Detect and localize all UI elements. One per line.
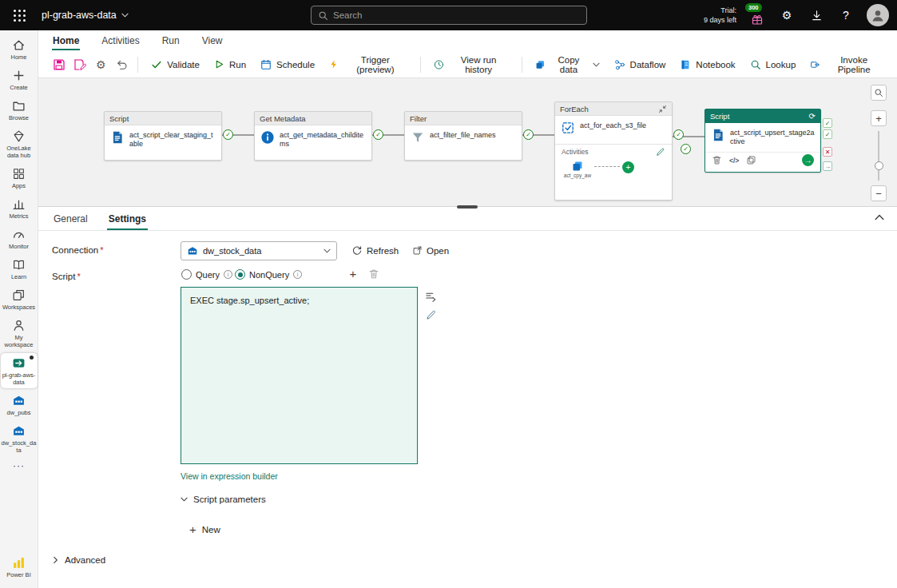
sidebar-item-workspaces[interactable]: Workspaces [1,285,38,313]
pipeline-settings-button[interactable]: ⚙ [91,54,110,75]
plus-icon [12,69,26,82]
invoke-pipeline-button[interactable]: Invoke Pipeline [804,51,889,78]
connector-success-check-icon: ✓ [673,129,684,140]
sidebar-item-monitor[interactable]: Monitor [1,224,38,252]
validate-button[interactable]: Validate [145,55,206,74]
zoom-out-button[interactable]: − [871,185,887,201]
sidebar-item-learn[interactable]: Learn [1,255,38,283]
trial-credits-button[interactable]: 300 [748,5,766,26]
script-activity-icon [711,128,725,145]
save-button[interactable] [50,54,69,75]
clock-icon [434,59,444,70]
port-on-failure-icon[interactable]: ✕ [823,147,832,157]
tab-settings[interactable]: Settings [107,207,148,230]
dataflow-button[interactable]: Dataflow [608,55,673,74]
chevron-down-icon [121,13,129,18]
filter-activity-icon [411,130,425,148]
sidebar-item-home[interactable]: Home [1,35,38,63]
sidebar-item-browse[interactable]: Browse [1,96,38,124]
invoke-pipeline-icon [810,59,820,70]
notebook-button[interactable]: Notebook [673,55,741,74]
search-input[interactable] [333,10,580,20]
copy-data-button[interactable]: Copy data [529,51,606,78]
view-run-history-button[interactable]: View run history [427,51,515,78]
new-parameter-button[interactable]: + New [185,520,224,538]
activity-node-script-upsert[interactable]: Script ⟳ act_script_upsert_stage2active … [705,109,821,173]
gear-icon: ⚙ [782,9,792,22]
delete-script-button[interactable] [366,266,382,282]
app-launcher-icon[interactable] [0,0,38,30]
sidebar-item-apps[interactable]: Apps [1,164,38,192]
tab-general[interactable]: General [52,207,89,230]
pipeline-title-menu[interactable]: pl-grab-aws-data [42,10,129,21]
save-as-button[interactable] [70,54,89,75]
sidebar-item-create[interactable]: Create [1,66,38,93]
zoom-slider-handle[interactable] [875,161,883,170]
help-button[interactable]: ? [837,6,855,24]
refresh-button[interactable]: Refresh [348,243,402,259]
activity-node-filter[interactable]: Filter act_filter_file_names [404,111,522,161]
schedule-button[interactable]: Schedule [254,55,321,74]
connector-success-check-icon: ✓ [523,129,534,140]
add-activity-button[interactable]: + [622,161,634,173]
add-next-activity-button[interactable]: → [802,154,814,166]
open-button[interactable]: Open [409,243,452,258]
global-search[interactable] [311,6,587,25]
download-button[interactable] [808,6,825,24]
trigger-preview-button[interactable]: Trigger (preview) [323,51,414,78]
collapse-panel-button[interactable] [875,214,884,220]
activity-node-get-metadata[interactable]: Get Metadata act_get_metadata_childitems [254,111,372,161]
run-button[interactable]: Run [208,55,252,74]
toolbar-separator [137,57,138,73]
tab-home[interactable]: Home [52,30,80,51]
inner-activity-copy[interactable]: act_cpy_aw [563,160,592,179]
delete-activity-icon[interactable] [712,155,722,165]
zoom-in-button[interactable]: + [871,110,887,126]
sidebar-item-dw-pubs[interactable]: dw_pubs [1,391,38,419]
sidebar-item-metrics[interactable]: Metrics [1,194,38,222]
port-on-completion-icon[interactable]: → [823,161,832,171]
zoom-slider[interactable] [878,131,879,181]
chevron-down-icon [181,497,188,502]
pipeline-canvas[interactable]: ✓ ✓ ✓ ✓ ✓ Script act_script_clear_stagin… [38,78,897,206]
port-on-success-icon[interactable]: ✓ [823,118,832,128]
port-on-success-icon[interactable]: ✓ [823,129,832,139]
ribbon-toolbar: ⚙ Validate Run Schedule Trigger (preview… [38,51,897,78]
activity-node-script-clear[interactable]: Script act_script_clear_staging_table [104,111,222,161]
clone-activity-icon[interactable] [746,155,756,165]
settings-gear-button[interactable]: ⚙ [778,6,796,24]
chevron-down-icon [593,62,600,67]
collapse-node-icon[interactable] [658,105,667,113]
sidebar-item-my-workspace[interactable]: My workspace [1,316,38,351]
add-dynamic-content-icon[interactable] [423,288,439,304]
zoom-fit-button[interactable] [871,85,887,101]
radio-circle-icon [181,269,192,280]
edit-activities-icon[interactable] [656,147,665,157]
fabric-pipeline-editor: pl-grab-aws-data Trial: 9 days left 300 … [0,0,897,588]
tab-run[interactable]: Run [161,30,181,51]
sidebar-item-more[interactable]: ··· [1,459,38,473]
script-parameters-toggle[interactable]: Script parameters [181,495,266,504]
radio-nonquery[interactable]: NonQuery i [235,269,302,280]
sidebar-item-dw-stock-data[interactable]: dw_stock_data [1,421,38,456]
tab-view[interactable]: View [201,30,224,51]
gear-icon: ⚙ [96,58,106,71]
node-header: Script ⟳ [705,109,820,123]
sidebar-item-pl-grab-aws-data[interactable]: pl-grab-aws-data [1,353,38,388]
lookup-button[interactable]: Lookup [744,55,803,74]
radio-query[interactable]: Query i [181,269,232,280]
code-view-icon[interactable]: </> [729,157,739,165]
tab-activities[interactable]: Activities [101,30,140,51]
sidebar-item-power-bi[interactable]: Power BI [1,553,38,581]
sidebar-item-onelake-data-hub[interactable]: OneLake data hub [1,126,38,161]
expression-builder-link[interactable]: View in expression builder [181,471,278,481]
script-editor[interactable]: EXEC stage.sp_upsert_active; [181,287,418,464]
advanced-toggle[interactable]: Advanced [52,555,105,565]
activity-node-foreach[interactable]: ForEach act_for_each_s3_file Activities [554,101,673,201]
top-app-bar: pl-grab-aws-data Trial: 9 days left 300 … [0,0,897,30]
edit-expression-icon[interactable] [423,307,439,323]
undo-button[interactable] [112,54,131,75]
add-script-button[interactable]: + [345,265,361,281]
avatar[interactable] [867,4,889,26]
connection-dropdown[interactable]: dw_stock_data [181,241,337,260]
